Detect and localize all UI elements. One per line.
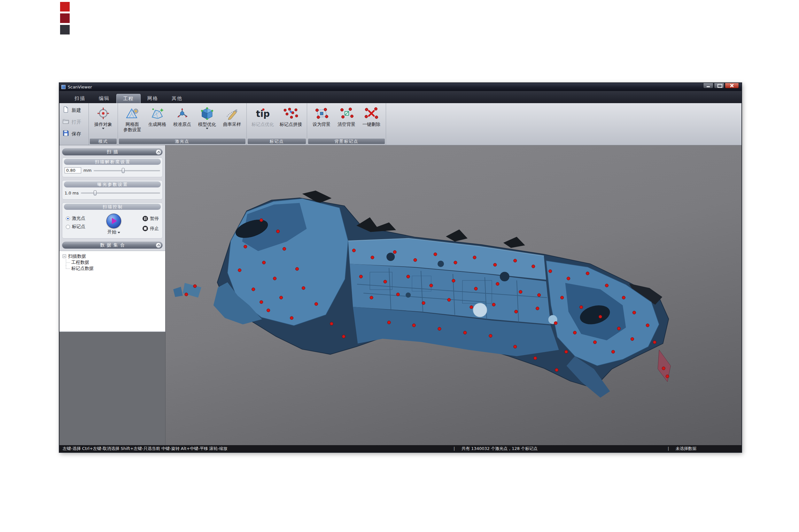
titlebar[interactable]: ScanViewer (59, 83, 742, 91)
scan-marker-point[interactable] (496, 282, 499, 285)
scan-marker-point[interactable] (605, 284, 608, 287)
scan-marker-point[interactable] (532, 265, 535, 268)
scan-marker-point[interactable] (193, 285, 197, 288)
open-button[interactable]: 打开 (61, 117, 87, 127)
curvature-sample-button[interactable]: 曲率采样 (220, 104, 244, 127)
scan-marker-point[interactable] (422, 301, 425, 305)
scan-marker-point[interactable] (662, 367, 665, 370)
scan-marker-point[interactable] (473, 256, 476, 259)
scan-marker-point[interactable] (452, 279, 455, 282)
start-scan-button[interactable] (106, 214, 121, 228)
collapse-data-panel-button[interactable] (156, 242, 161, 248)
collapse-scan-panel-button[interactable] (156, 149, 161, 155)
scan-marker-point[interactable] (489, 334, 492, 338)
scan-marker-point[interactable] (454, 261, 457, 264)
scan-marker-point[interactable] (599, 315, 602, 318)
scan-marker-point[interactable] (470, 306, 473, 309)
exposure-slider[interactable] (81, 190, 160, 196)
scan-marker-point[interactable] (631, 338, 634, 341)
scan-marker-point[interactable] (314, 302, 318, 306)
scan-marker-point[interactable] (555, 368, 558, 372)
scan-marker-point[interactable] (290, 317, 293, 320)
scan-marker-point[interactable] (244, 245, 247, 248)
scan-marker-point[interactable] (666, 375, 669, 378)
scan-marker-point[interactable] (514, 310, 518, 313)
tab-other[interactable]: 其他 (165, 94, 189, 103)
scan-marker-point[interactable] (267, 309, 270, 312)
tree-node-marker-data[interactable]: 标记点数据 (64, 265, 162, 271)
maximize-button[interactable] (714, 83, 724, 89)
scan-marker-point[interactable] (352, 249, 356, 252)
scan-marker-point[interactable] (561, 296, 564, 299)
mesh-params-button[interactable]: 网格面 参数设置 (120, 104, 145, 133)
scan-marker-point[interactable] (387, 321, 391, 324)
scan-marker-point[interactable] (492, 303, 495, 306)
scan-marker-point[interactable] (448, 298, 451, 301)
scan-marker-point[interactable] (534, 357, 537, 360)
scan-marker-point[interactable] (574, 331, 577, 334)
scan-marker-point[interactable] (393, 250, 396, 253)
scan-marker-point[interactable] (383, 280, 387, 283)
tab-project[interactable]: 工程 (116, 94, 141, 103)
scan-marker-point[interactable] (273, 277, 276, 280)
scan-marker-point[interactable] (438, 327, 441, 330)
resolution-slider[interactable] (94, 168, 160, 173)
scan-marker-point[interactable] (493, 263, 497, 266)
scan-marker-point[interactable] (646, 324, 649, 327)
scan-marker-point[interactable] (434, 252, 437, 256)
tab-edit[interactable]: 编辑 (92, 94, 116, 103)
scan-marker-point[interactable] (622, 296, 625, 299)
scan-model[interactable] (173, 191, 671, 398)
scan-marker-point[interactable] (260, 301, 263, 304)
scan-marker-point[interactable] (283, 247, 286, 250)
save-button[interactable]: 保存 (61, 129, 87, 138)
close-button[interactable] (725, 83, 739, 89)
scan-marker-point[interactable] (252, 288, 255, 291)
scan-marker-point[interactable] (276, 230, 280, 233)
generate-mesh-button[interactable]: 生成网格 (145, 104, 170, 127)
scan-marker-point[interactable] (549, 269, 552, 273)
data-panel-header[interactable]: 数据集合 (62, 242, 163, 249)
scan-marker-point[interactable] (396, 293, 399, 296)
scan-marker-point[interactable] (296, 267, 299, 270)
scan-marker-point[interactable] (567, 277, 570, 280)
tree-node-project-data[interactable]: 工程数据 (64, 259, 162, 265)
pause-button[interactable]: 暂停 (142, 215, 159, 222)
scan-marker-point[interactable] (371, 256, 374, 259)
new-button[interactable]: 新建 (61, 106, 87, 115)
scan-marker-point[interactable] (514, 259, 517, 262)
marker-optimize-button[interactable]: tip 标记点优化 (249, 104, 277, 127)
scan-marker-point[interactable] (594, 341, 597, 344)
tab-scan[interactable]: 扫描 (68, 94, 92, 103)
scan-marker-point[interactable] (280, 296, 283, 299)
scan-marker-point[interactable] (514, 345, 517, 348)
scan-marker-point[interactable] (406, 275, 410, 278)
scan-marker-point[interactable] (554, 322, 557, 325)
scan-marker-point[interactable] (464, 331, 467, 334)
marker-stitch-button[interactable]: 标记点拼接 (277, 104, 305, 127)
scan-marker-point[interactable] (565, 350, 568, 354)
scan-marker-point[interactable] (474, 287, 477, 290)
radio-laser-points[interactable]: 激光点 (66, 215, 85, 221)
delete-markers-button[interactable]: 一键删除 (359, 104, 384, 127)
scan-marker-point[interactable] (536, 307, 539, 310)
radio-marker-points[interactable]: 标记点 (66, 224, 85, 230)
scan-panel-header[interactable]: 扫描 (62, 149, 163, 155)
scan-marker-point[interactable] (359, 275, 362, 278)
scan-marker-point[interactable] (414, 258, 417, 262)
calibrate-origin-button[interactable]: 校准原点 (170, 104, 195, 127)
scan-marker-point[interactable] (580, 306, 583, 309)
scan-marker-point[interactable] (238, 269, 241, 272)
operate-target-button[interactable]: 操作对象 (91, 104, 116, 129)
scan-marker-point[interactable] (612, 350, 615, 354)
slider-thumb[interactable] (122, 168, 125, 173)
scan-marker-point[interactable] (538, 293, 541, 297)
slider-thumb[interactable] (94, 190, 96, 195)
scan-marker-point[interactable] (633, 311, 636, 314)
scan-marker-point[interactable] (519, 290, 522, 293)
scan-marker-point[interactable] (617, 327, 620, 330)
viewport-3d[interactable] (166, 145, 742, 445)
scan-marker-point[interactable] (342, 335, 345, 338)
minimize-button[interactable] (703, 83, 713, 89)
model-optimize-button[interactable]: 模型优化 (195, 104, 220, 129)
